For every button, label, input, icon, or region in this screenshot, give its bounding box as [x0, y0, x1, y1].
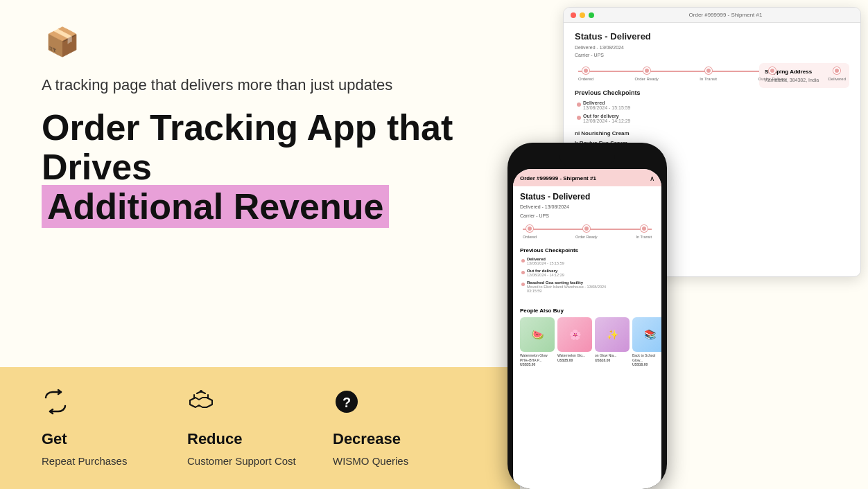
- phone-checkpoint-2: Out for delivery 12/08/2024 - 14:12:29: [520, 269, 654, 277]
- features-band: Get Repeat Purchases Reduce Customer Sup…: [0, 367, 520, 489]
- desktop-status: Status - Delivered: [575, 31, 849, 42]
- desktop-content: Status - Delivered Delivered - 13/08/202…: [564, 23, 860, 154]
- product-price-4: US$16.00: [632, 362, 661, 366]
- pt-step-ordered: Ordered: [523, 225, 537, 239]
- product-img-4: 📚: [632, 317, 661, 352]
- pt-dot-transit: [641, 225, 648, 232]
- feature-decrease-desc: WISMO Queries: [333, 454, 408, 468]
- feature-reduce-desc: Customer Support Cost: [187, 454, 296, 468]
- pt-label-ready: Order Ready: [575, 235, 598, 239]
- pt-dot-ordered: [526, 225, 533, 232]
- phone-header: Order #999999 - Shipment #1 ∧: [513, 169, 661, 186]
- left-panel: 📦 A tracking page that delivers more tha…: [0, 0, 520, 489]
- phone-screen: Order #999999 - Shipment #1 ∧ Status - D…: [513, 169, 661, 489]
- t-label-ordered: Ordered: [578, 77, 593, 81]
- headline: Order Tracking App that Drives Additiona…: [42, 108, 478, 227]
- t-step-ordered: Ordered: [578, 67, 593, 81]
- t-step-transit: In Transit: [700, 67, 717, 81]
- repeat-icon: [42, 388, 69, 422]
- titlebar-dot-green: [589, 12, 594, 18]
- feature-item-get: Get Repeat Purchases: [42, 388, 187, 468]
- t-dot-ordered: [582, 67, 589, 74]
- t-dot-transit: [705, 67, 712, 74]
- product-name-4: Back to School Glow...: [632, 353, 661, 362]
- products-row: 🍉 Watermelon Glow PHA+BHA P... US$35.00 …: [513, 317, 661, 366]
- desktop-delivered-date: Delivered - 13/08/2024: [575, 44, 849, 51]
- tagline: A tracking page that delivers more than …: [42, 76, 478, 94]
- product-price-2: US$35.00: [557, 358, 592, 362]
- pcp-time-3: 03:15:59: [527, 289, 606, 293]
- logo-box: 📦: [42, 21, 83, 62]
- logo-icon: 📦: [45, 26, 80, 58]
- phone-chevron-icon: ∧: [650, 175, 654, 182]
- product-img-1: 🍉: [520, 317, 555, 352]
- headline-line2: Additional Revenue: [42, 185, 389, 228]
- t-label-delivered: Delivered: [828, 77, 846, 81]
- headline-line1: Order Tracking App that Drives: [42, 107, 453, 187]
- t-label-ready: Order Ready: [634, 77, 658, 81]
- desktop-checkpoint-2: Out for delivery 12/08/2024 - 14:12:29: [575, 114, 849, 123]
- desktop-prev-checkpoints-title: Previous Checkpoints: [575, 89, 849, 96]
- t-dot-out: [769, 67, 776, 74]
- product-name-1: Watermelon Glow PHA+BHA P...: [520, 353, 555, 362]
- phone-tracking-bar: Ordered Order Ready In Transit: [520, 225, 654, 239]
- people-buy-section: People Also Buy: [513, 302, 661, 314]
- svg-text:?: ?: [342, 395, 351, 410]
- t-step-ready: Order Ready: [634, 67, 658, 81]
- product-card-3: ✨ on Glow Nia... US$16.00: [595, 317, 630, 366]
- t-step-delivered: Delivered: [828, 67, 846, 81]
- t-label-transit: In Transit: [700, 77, 717, 81]
- product-emoji-2: 🌸: [557, 317, 592, 352]
- product-card-2: 🌸 Watermelon Glo... US$35.00: [557, 317, 592, 366]
- desktop-status-section: Status - Delivered Delivered - 13/08/202…: [575, 31, 849, 59]
- t-label-out: Out for Delivery: [758, 77, 787, 81]
- pcp-time-1: 13/08/2024 - 15:15:59: [527, 261, 564, 265]
- feature-decrease-title: Decrease: [333, 430, 401, 448]
- product-card-4: 📚 Back to School Glow... US$16.00: [632, 317, 661, 366]
- handshake-icon: [187, 388, 215, 422]
- pt-label-ordered: Ordered: [523, 235, 537, 239]
- desktop-carrier: Carrier - UPS: [575, 51, 849, 59]
- phone-notch: [559, 151, 615, 166]
- cp-title-1: Delivered: [583, 100, 631, 105]
- product-price-1: US$35.00: [520, 362, 555, 366]
- desktop-checkpoint-1: Delivered 13/08/2024 - 15:15:59: [575, 100, 849, 110]
- titlebar-text: Order #999999 - Shipment #1: [689, 12, 763, 18]
- product-emoji-3: ✨: [595, 317, 630, 352]
- pt-step-transit: In Transit: [636, 225, 652, 239]
- product-card-1: 🍉 Watermelon Glow PHA+BHA P... US$35.00: [520, 317, 555, 366]
- desktop-products-label: nl Nourishing Cream: [575, 130, 849, 136]
- question-icon: ?: [333, 388, 361, 422]
- pt-label-transit: In Transit: [636, 235, 652, 239]
- pt-step-ready: Order Ready: [575, 225, 598, 239]
- desktop-checkpoint-list: Delivered 13/08/2024 - 15:15:59 Out for …: [575, 100, 849, 123]
- product-img-2: 🌸: [557, 317, 592, 352]
- feature-item-reduce: Reduce Customer Support Cost: [187, 388, 333, 468]
- titlebar-dot-red: [571, 12, 576, 18]
- phone-mockup: Order #999999 - Shipment #1 ∧ Status - D…: [507, 143, 667, 489]
- product-img-3: ✨: [595, 317, 630, 352]
- phone-carrier: Carrier - UPS: [520, 212, 654, 220]
- titlebar-dot-yellow: [580, 12, 585, 18]
- phone-checkpoint-3: Reached Goa sorting facility Moved to El…: [520, 281, 654, 293]
- t-dot-delivered: [833, 67, 840, 74]
- product-emoji-4: 📚: [632, 317, 661, 352]
- t-step-out: Out for Delivery: [758, 67, 787, 81]
- phone-order-title: Order #999999 - Shipment #1: [520, 175, 596, 181]
- svg-point-0: [200, 390, 202, 393]
- phone-content: Status - Delivered Delivered - 13/08/202…: [513, 186, 661, 302]
- feature-get-desc: Repeat Purchases: [42, 454, 127, 468]
- product-emoji-1: 🍉: [520, 317, 555, 352]
- main-container: 📦 A tracking page that delivers more tha…: [0, 0, 868, 489]
- phone-prev-checkpoints-title: Previous Checkpoints: [520, 247, 654, 254]
- pt-dot-ready: [583, 225, 590, 232]
- phone-status: Status - Delivered: [520, 192, 654, 202]
- phone-checkpoint-1: Delivered 13/08/2024 - 15:15:59: [520, 257, 654, 265]
- pcp-time-2: 12/08/2024 - 14:12:29: [527, 273, 564, 277]
- cp-time-1: 13/08/2024 - 15:15:59: [583, 105, 631, 110]
- feature-get-title: Get: [42, 430, 67, 448]
- cp-title-2: Out for delivery: [583, 114, 631, 118]
- t-dot-ready: [643, 67, 650, 74]
- cp-time-2: 12/08/2024 - 14:12:29: [583, 118, 631, 123]
- desktop-titlebar: Order #999999 - Shipment #1: [564, 8, 860, 23]
